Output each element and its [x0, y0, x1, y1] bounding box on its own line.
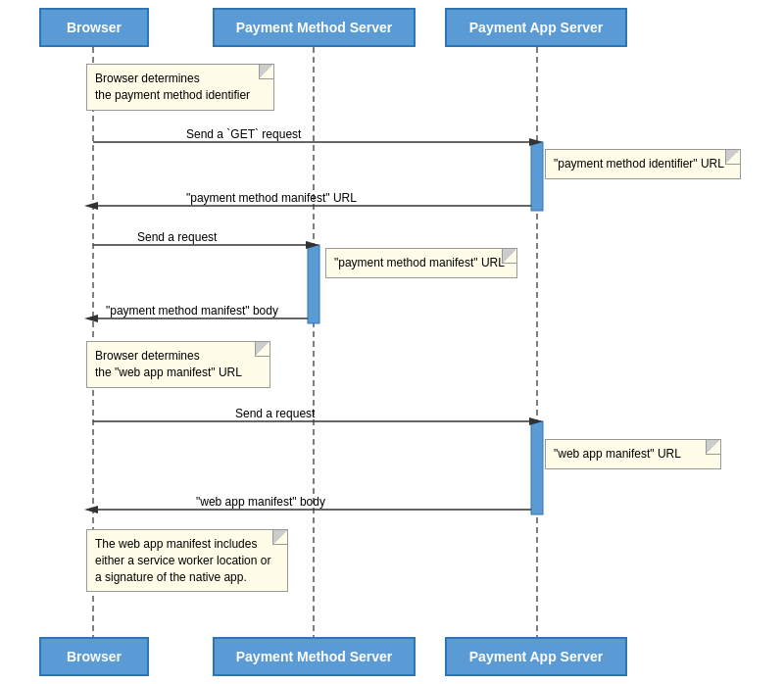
arrow5-label: Send a request: [235, 407, 315, 420]
note-browser-determines-method: Browser determinesthe payment method ide…: [86, 64, 274, 111]
arrow3-label: Send a request: [137, 230, 217, 244]
note-payment-method-identifier-url: "payment method identifier" URL: [545, 149, 741, 179]
svg-rect-3: [531, 142, 543, 211]
note-webapp-manifest-includes: The web app manifest includeseither a se…: [86, 529, 288, 592]
arrow2-label: "payment method manifest" URL: [186, 191, 357, 205]
svg-marker-13: [84, 315, 98, 322]
svg-marker-17: [84, 506, 98, 513]
actor-browser-bottom: Browser: [39, 637, 149, 676]
svg-marker-11: [306, 241, 319, 249]
actor-payment-method-server-bottom: Payment Method Server: [213, 637, 416, 676]
arrow1-label: Send a `GET` request: [186, 127, 301, 141]
svg-rect-5: [531, 421, 543, 514]
note-webapp-manifest-url: "web app manifest" URL: [545, 439, 721, 469]
svg-rect-4: [308, 245, 319, 323]
actor-browser-top: Browser: [39, 8, 149, 47]
sequence-diagram: Send a `GET` request "payment method man…: [0, 0, 784, 684]
svg-marker-7: [529, 138, 543, 146]
actor-payment-app-server-top: Payment App Server: [445, 8, 627, 47]
arrow4-label: "payment method manifest" body: [106, 304, 278, 318]
actor-payment-method-server-top: Payment Method Server: [213, 8, 416, 47]
actor-payment-app-server-bottom: Payment App Server: [445, 637, 627, 676]
note-payment-method-manifest-url: "payment method manifest" URL: [325, 248, 517, 278]
svg-marker-9: [84, 202, 98, 210]
note-browser-determines-webapp: Browser determinesthe "web app manifest"…: [86, 341, 270, 388]
svg-marker-15: [529, 417, 543, 425]
arrow6-label: "web app manifest" body: [196, 495, 325, 509]
